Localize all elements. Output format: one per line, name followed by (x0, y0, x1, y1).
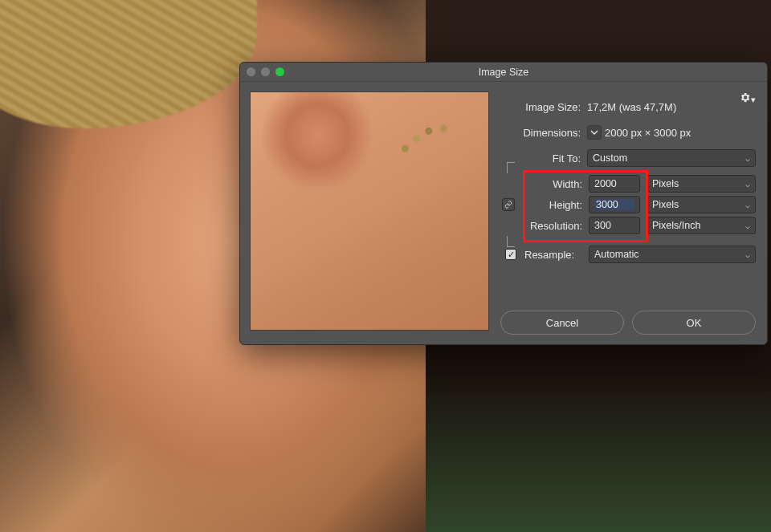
image-preview[interactable] (250, 91, 489, 331)
chevron-down-icon: ⌵ (745, 201, 750, 209)
chevron-down-icon: ⌵ (745, 180, 750, 189)
dimensions-value: 2000 px × 3000 px (605, 127, 691, 139)
constrain-proportions-icon[interactable] (502, 198, 515, 211)
resolution-unit-value: Pixels/Inch (652, 220, 700, 231)
dimensions-unit-dropdown[interactable] (587, 125, 602, 140)
chevron-down-icon: ⌵ (745, 154, 750, 163)
window-zoom-button[interactable] (275, 67, 284, 76)
resolution-label: Resolution: (523, 220, 582, 232)
window-close-button[interactable] (247, 67, 255, 76)
window-controls (247, 67, 284, 76)
width-label: Width: (523, 178, 582, 190)
fit-to-value: Custom (593, 152, 627, 164)
resample-label: Resample: (523, 249, 582, 261)
width-unit-value: Pixels (652, 178, 679, 189)
height-unit-value: Pixels (652, 199, 679, 210)
resample-value: Automatic (594, 249, 639, 260)
image-size-form: ▾ Image Size: 17,2M (was 47,7M) Dimensio… (500, 91, 756, 335)
window-minimize-button[interactable] (261, 67, 270, 76)
dialog-titlebar[interactable]: Image Size (240, 63, 767, 82)
resample-checkbox[interactable]: ✓ (505, 249, 516, 260)
link-bracket-icon (507, 236, 515, 247)
chevron-down-icon (590, 128, 598, 136)
height-label: Height: (523, 199, 582, 211)
height-unit-select[interactable]: Pixels ⌵ (647, 196, 756, 213)
width-input[interactable] (589, 175, 640, 193)
dialog-title: Image Size (240, 67, 767, 78)
resolution-input[interactable] (589, 217, 640, 234)
link-bracket-icon (507, 162, 515, 173)
fit-to-select[interactable]: Custom ⌵ (587, 149, 756, 167)
chevron-down-icon: ⌵ (745, 250, 750, 259)
gear-icon[interactable]: ▾ (739, 91, 756, 106)
cancel-button[interactable]: Cancel (500, 311, 624, 335)
width-unit-select[interactable]: Pixels ⌵ (647, 175, 756, 193)
ok-button[interactable]: OK (632, 311, 756, 335)
image-size-value: 17,2M (was 47,7M) (587, 101, 676, 113)
link-icon (504, 201, 512, 209)
height-input[interactable] (589, 196, 640, 213)
image-size-label: Image Size: (500, 101, 581, 113)
dimensions-label: Dimensions: (500, 127, 581, 139)
resolution-unit-select[interactable]: Pixels/Inch ⌵ (647, 217, 756, 234)
resample-select[interactable]: Automatic ⌵ (589, 246, 756, 263)
image-size-dialog: Image Size ▾ Image Size: 17,2M (was 47,7… (239, 62, 768, 345)
chevron-down-icon: ⌵ (745, 221, 750, 230)
